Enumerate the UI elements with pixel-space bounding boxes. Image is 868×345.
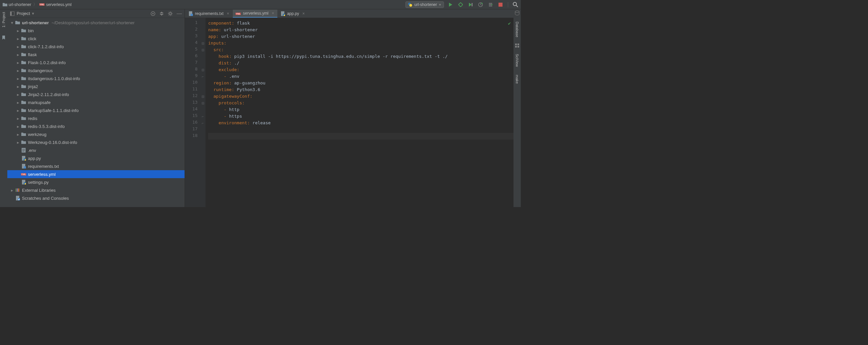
collapse-icon[interactable] [159, 11, 164, 16]
tree-row[interactable]: ▸itsdangerous [7, 66, 185, 74]
code-line[interactable]: - https [208, 113, 514, 120]
hide-icon[interactable]: — [177, 11, 182, 17]
tree-row[interactable]: ▸click-7.1.2.dist-info [7, 42, 185, 51]
tree-row[interactable]: ▸werkzeug [7, 130, 185, 138]
code-line[interactable]: environment: release [208, 120, 514, 126]
folder-icon [21, 29, 27, 33]
code-line[interactable]: protocols: [208, 100, 514, 106]
code-line[interactable]: component: flask [208, 20, 514, 27]
tree-row[interactable]: ▾url-shortener~/Desktop/repos/url-shorte… [7, 19, 185, 27]
run-button[interactable] [448, 2, 453, 7]
tree-row[interactable]: ▸Flask-1.0.2.dist-info [7, 59, 185, 66]
code-line[interactable] [208, 126, 514, 133]
close-icon[interactable]: × [272, 11, 274, 15]
editor-gutter[interactable]: 123456789101112131415161718 [185, 18, 200, 207]
folder-icon [21, 116, 27, 120]
project-header-title[interactable]: Project [17, 11, 30, 16]
expand-arrow-icon[interactable]: ▸ [15, 44, 21, 49]
run-coverage-button[interactable] [468, 2, 473, 7]
tree-row[interactable]: ▸redis-3.5.3.dist-info [7, 122, 185, 130]
expand-arrow-icon[interactable]: ▸ [15, 100, 21, 105]
debug-button[interactable] [458, 2, 463, 7]
tree-row[interactable]: ▸Werkzeug-0.16.0.dist-info [7, 138, 185, 146]
code-line[interactable]: - http [208, 106, 514, 113]
target-icon[interactable] [151, 11, 155, 16]
code-line[interactable]: hook: pip3 install -i https://pypi.tuna.… [208, 53, 514, 60]
profile-button[interactable] [478, 2, 483, 7]
tree-row[interactable]: ▸jinja2 [7, 83, 185, 90]
expand-arrow-icon[interactable]: ▸ [15, 84, 21, 89]
code-line[interactable]: src: [208, 46, 514, 53]
tree-row[interactable]: ▸External Libraries [7, 186, 185, 194]
expand-arrow-icon[interactable]: ▸ [15, 108, 21, 113]
tree-row[interactable]: ▸itsdangerous-1.1.0.dist-info [7, 74, 185, 83]
database-icon[interactable] [515, 11, 520, 15]
tab-serverless[interactable]: YMLserverless.yml× [233, 10, 277, 18]
tree-row[interactable]: ▸Jinja2-2.11.2.dist-info [7, 90, 185, 98]
expand-arrow-icon[interactable]: ▸ [15, 140, 21, 145]
search-button[interactable] [513, 2, 518, 7]
project-tree[interactable]: ▾url-shortener~/Desktop/repos/url-shorte… [7, 18, 185, 207]
breadcrumb-file[interactable]: YML serverless.yml [39, 2, 71, 7]
gear-icon[interactable] [168, 11, 173, 16]
svg-rect-47 [18, 188, 19, 192]
code-line[interactable]: runtime: Python3.6 [208, 86, 514, 93]
editor-tab-bar: requirements.txt×YMLserverless.yml×app.p… [185, 9, 514, 18]
breadcrumb-root[interactable]: url-shortener [3, 2, 31, 7]
chevron-down-icon[interactable]: ▾ [32, 11, 34, 16]
code-line[interactable]: dist: ./ [208, 60, 514, 66]
svg-point-11 [481, 3, 483, 4]
run-config-selector[interactable]: url-shortener ▾ [405, 1, 444, 8]
tree-row[interactable]: requirements.txt [7, 162, 185, 170]
tab-app[interactable]: app.py× [278, 10, 308, 18]
code-line[interactable]: apigatewayConf: [208, 93, 514, 100]
tab-requirements[interactable]: requirements.txt× [186, 10, 232, 18]
expand-arrow-icon[interactable]: ▸ [15, 92, 21, 97]
tree-row[interactable]: settings.py [7, 178, 185, 186]
code-line[interactable]: inputs: [208, 40, 514, 46]
fold-strip[interactable]: ⊟⊟⊟⌐⊟⊟⌐⌐ [200, 18, 206, 207]
expand-arrow-icon[interactable]: ▸ [15, 60, 21, 65]
tree-row[interactable]: app.py [7, 154, 185, 162]
tree-row[interactable]: YMLserverless.yml [7, 170, 185, 178]
tree-row[interactable]: Scratches and Consoles [7, 194, 185, 202]
svg-point-1 [409, 4, 412, 7]
stop-button[interactable] [498, 2, 503, 7]
expand-arrow-icon[interactable]: ▸ [15, 124, 21, 129]
code-line[interactable]: exclude: [208, 66, 514, 73]
make-tool-tab[interactable]: make [514, 73, 520, 86]
expand-arrow-icon[interactable]: ▸ [15, 76, 21, 81]
code-line[interactable] [208, 133, 514, 139]
project-tool-tab[interactable]: 1: Project [1, 11, 6, 29]
code-line[interactable]: region: ap-guangzhou [208, 80, 514, 86]
tree-row[interactable]: ▸bin [7, 27, 185, 35]
code-line[interactable]: app: url-shortener [208, 33, 514, 40]
svg-line-17 [516, 5, 518, 7]
tree-row[interactable]: ▸flask [7, 51, 185, 59]
tree-row[interactable]: ▸redis [7, 114, 185, 122]
expand-arrow-icon[interactable]: ▸ [15, 132, 21, 137]
concurrent-button[interactable] [488, 2, 493, 7]
folder-icon [21, 53, 27, 57]
code-line[interactable]: - .env [208, 73, 514, 80]
expand-arrow-icon[interactable]: ▸ [9, 188, 14, 193]
sciview-icon[interactable] [515, 43, 519, 48]
expand-arrow-icon[interactable]: ▸ [15, 52, 21, 57]
expand-arrow-icon[interactable]: ▸ [15, 68, 21, 73]
editor-code[interactable]: ✔ component: flaskname: url-shortenerapp… [206, 18, 514, 207]
expand-arrow-icon[interactable]: ▾ [9, 20, 14, 25]
close-icon[interactable]: × [302, 11, 305, 16]
close-icon[interactable]: × [227, 11, 229, 16]
project-header: Project ▾ — [7, 9, 185, 18]
sciview-tool-tab[interactable]: SciView [514, 52, 520, 68]
database-tool-tab[interactable]: Database [514, 20, 520, 39]
tree-row[interactable]: ▸click [7, 35, 185, 42]
tree-row[interactable]: .env [7, 146, 185, 154]
expand-arrow-icon[interactable]: ▸ [15, 36, 21, 41]
bookmark-icon[interactable] [1, 35, 6, 40]
tree-row[interactable]: ▸MarkupSafe-1.1.1.dist-info [7, 106, 185, 114]
expand-arrow-icon[interactable]: ▸ [15, 116, 21, 121]
expand-arrow-icon[interactable]: ▸ [15, 28, 21, 33]
tree-row[interactable]: ▸markupsafe [7, 98, 185, 106]
code-line[interactable]: name: url-shortener [208, 27, 514, 33]
